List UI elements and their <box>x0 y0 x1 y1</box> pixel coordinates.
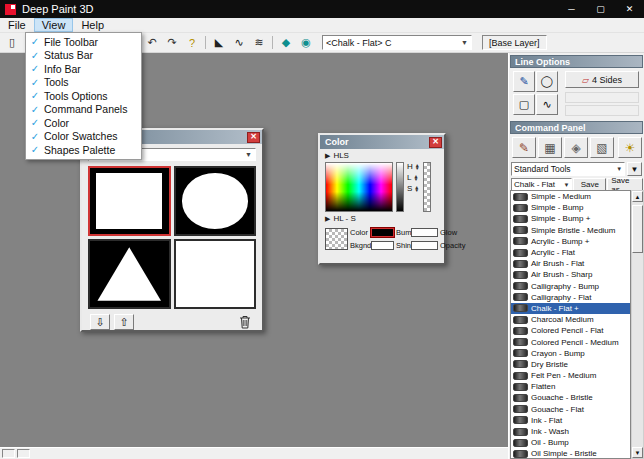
chevron-down-icon: ▼ <box>461 39 468 46</box>
move-down-button[interactable]: ⇩ <box>90 314 110 330</box>
brush-list-item[interactable]: Acrylic - Bump + <box>511 236 630 247</box>
channel-spinner[interactable]: ▲ ▼ <box>413 175 418 181</box>
toolbar-icon[interactable]: ◉ <box>296 34 316 52</box>
toolbar-icon[interactable]: ◆ <box>276 34 296 52</box>
shine-swatch[interactable] <box>411 241 438 250</box>
view-menu-item[interactable]: ✓ Color Swatches <box>26 130 141 144</box>
brush-list-item[interactable]: Gouache - Flat <box>511 404 630 415</box>
brush-list-item[interactable]: Calligraphy - Bump <box>511 281 630 292</box>
curve-tool-button[interactable]: ∿ <box>536 94 558 115</box>
light-panel-button[interactable]: ☀ <box>618 137 642 158</box>
brush-list-item[interactable]: Gouache - Bristle <box>511 392 630 403</box>
brush-list-item[interactable]: Air Brush - Flat <box>511 258 630 269</box>
material-panel-button[interactable]: ◈ <box>564 137 588 158</box>
foreground-color-swatch[interactable] <box>371 228 394 237</box>
toolbar-icon[interactable]: ◣ <box>209 34 229 52</box>
shape-tile-cross[interactable] <box>174 239 257 309</box>
brush-list-item[interactable]: Flatten <box>511 381 630 392</box>
toolbar-icon[interactable]: ∿ <box>229 34 249 52</box>
view-menu-item[interactable]: ✓ Tools <box>26 76 141 90</box>
texture-panel-button[interactable]: ▦ <box>538 137 562 158</box>
toolbar-icon[interactable]: ▯ <box>2 34 22 52</box>
spin-down-icon[interactable]: ▼ <box>415 167 420 170</box>
disabled-option-button[interactable] <box>565 92 639 103</box>
brush-list-item[interactable]: Felt Pen - Medium <box>511 370 630 381</box>
ellipse-icon: ◯ <box>541 75 553 88</box>
maximize-button[interactable]: ▢ <box>586 0 615 18</box>
disabled-option-button[interactable] <box>565 105 639 116</box>
menubar-item[interactable]: View <box>34 18 74 32</box>
bump-swatch[interactable] <box>411 228 438 237</box>
brush-list-item[interactable]: Dry Bristle <box>511 359 630 370</box>
brush-list-item[interactable]: Simple Bristle - Medium <box>511 225 630 236</box>
layers-panel-button[interactable]: ▧ <box>590 137 614 158</box>
brush-list-item[interactable]: Charcoal Medium <box>511 314 630 325</box>
scrollbar-thumb[interactable] <box>632 205 643 253</box>
brush-list-item[interactable]: Air Brush - Sharp <box>511 269 630 280</box>
scroll-down-button[interactable]: ▼ <box>632 447 643 458</box>
channel-spinner[interactable]: ▲ ▼ <box>415 164 420 170</box>
shape-tile-triangle[interactable] <box>88 239 171 309</box>
view-menu-item[interactable]: ✓ Status Bar <box>26 49 141 63</box>
alpha-strip[interactable] <box>423 162 431 212</box>
close-button[interactable]: ✕ <box>615 0 644 18</box>
pencil-line-tool-button[interactable]: ✎ <box>513 71 535 92</box>
brush-list-item[interactable]: Ink - Flat <box>511 415 630 426</box>
brush-list-item[interactable]: Simple - Medium <box>511 191 630 202</box>
toolbar-icon[interactable]: ↷ <box>162 34 182 52</box>
view-menu-item[interactable]: ✓ Tools Options <box>26 89 141 103</box>
delete-shape-button[interactable] <box>236 314 254 330</box>
shape-tile-square[interactable] <box>88 166 171 236</box>
hl-s-section-header[interactable]: ▶ HL - S <box>320 212 444 223</box>
move-up-button[interactable]: ⇧ <box>114 314 134 330</box>
ellipse-tool-button[interactable]: ◯ <box>536 71 558 92</box>
shape-tile-circle[interactable] <box>174 166 257 236</box>
brush-list-item[interactable]: Chalk - Flat + <box>511 303 630 314</box>
brush-list-item[interactable]: Oil Simple - Bristle <box>511 448 630 459</box>
minimize-button[interactable]: ─ <box>557 0 586 18</box>
view-menu-item[interactable]: ✓ Command Panels <box>26 103 141 117</box>
toolbar-icon[interactable]: ≋ <box>249 34 269 52</box>
brush-panel-button[interactable]: ✎ <box>512 137 536 158</box>
view-menu-item[interactable]: ✓ Color <box>26 116 141 130</box>
close-icon[interactable]: ✕ <box>247 132 260 143</box>
sides-button[interactable]: ▱ 4 Sides <box>565 71 639 88</box>
channel-label: H <box>407 162 413 171</box>
background-color-swatch[interactable] <box>371 241 394 250</box>
scroll-up-button[interactable]: ▲ <box>632 191 643 202</box>
color-window-titlebar[interactable]: Color ✕ <box>320 135 444 149</box>
lightness-slider[interactable] <box>396 162 404 212</box>
hls-section-header[interactable]: ▶ HLS <box>320 149 444 160</box>
view-menu-item[interactable]: ✓ Shapes Palette <box>26 143 141 157</box>
brush-list-item[interactable]: Ink - Wash <box>511 426 630 437</box>
brush-list-item[interactable]: Crayon - Bump <box>511 348 630 359</box>
menubar-item[interactable]: Help <box>73 18 112 32</box>
hue-saturation-gradient[interactable] <box>325 162 393 212</box>
active-brush-combo[interactable]: <Chalk - Flat> C ▼ <box>322 35 472 50</box>
menubar-item[interactable]: File <box>0 18 34 32</box>
close-icon[interactable]: ✕ <box>429 137 442 148</box>
toolbar-icon[interactable]: ↶ <box>142 34 162 52</box>
brush-list-scrollbar[interactable]: ▲ ▼ <box>631 190 644 459</box>
brush-list-item[interactable]: Calligraphy - Flat <box>511 292 630 303</box>
toolbar-icon[interactable]: ? <box>182 34 202 52</box>
tools-extra-button[interactable]: ▼ <box>627 162 642 176</box>
command-panel-header[interactable]: Command Panel <box>510 121 643 134</box>
standard-tools-combo[interactable]: Standard Tools ▼ <box>511 162 625 176</box>
view-menu-item[interactable]: ✓ Info Bar <box>26 62 141 76</box>
brush-list-item[interactable]: Acrylic - Flat <box>511 247 630 258</box>
spin-down-icon[interactable]: ▼ <box>414 189 419 192</box>
brush-list-item[interactable]: Colored Pencil - Medium <box>511 336 630 347</box>
rect-tool-button[interactable]: ▢ <box>513 94 535 115</box>
checkmark-icon: ✓ <box>26 36 44 47</box>
brush-list-item[interactable]: Simple - Bump + <box>511 213 630 224</box>
brush-list-item[interactable]: Simple - Bump <box>511 202 630 213</box>
brush-list-item[interactable]: Oil - Bump <box>511 437 630 448</box>
opacity-pattern-swatch[interactable] <box>325 228 348 250</box>
spin-down-icon[interactable]: ▼ <box>413 178 418 181</box>
brush-list-item[interactable]: Colored Pencil - Flat <box>511 325 630 336</box>
line-options-header[interactable]: Line Options <box>510 55 643 68</box>
channel-swatches: Color Bump Glow Bkgnd Shine Opacity <box>320 223 444 251</box>
channel-spinner[interactable]: ▲ ▼ <box>414 186 419 192</box>
view-menu-item[interactable]: ✓ File Toolbar <box>26 35 141 49</box>
